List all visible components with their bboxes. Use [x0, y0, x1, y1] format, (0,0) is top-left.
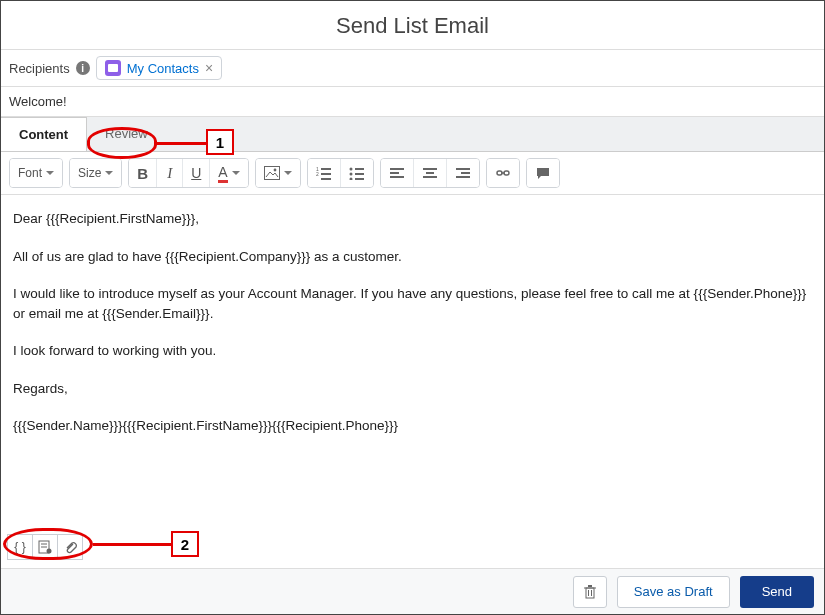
- link-button[interactable]: [487, 159, 519, 187]
- merge-field-button[interactable]: { }: [7, 534, 33, 560]
- footer: Save as Draft Send: [1, 568, 824, 614]
- font-dropdown[interactable]: Font: [10, 159, 62, 187]
- bold-button[interactable]: B: [129, 159, 156, 187]
- svg-text:2: 2: [316, 171, 319, 177]
- paperclip-icon: [63, 540, 77, 554]
- editor-toolbar: Font Size B I U A 12: [1, 152, 824, 195]
- ordered-list-button[interactable]: 12: [308, 159, 340, 187]
- chip-remove-icon[interactable]: ×: [205, 60, 213, 76]
- body-line: Dear {{{Recipient.FirstName}}},: [13, 209, 812, 229]
- align-right-button[interactable]: [446, 159, 479, 187]
- attach-button[interactable]: [57, 534, 83, 560]
- page-title: Send List Email: [1, 1, 824, 50]
- size-dropdown[interactable]: Size: [70, 159, 121, 187]
- image-icon: [264, 166, 280, 180]
- bottom-tools: { }: [7, 534, 83, 560]
- align-left-button[interactable]: [381, 159, 413, 187]
- align-center-icon: [422, 166, 438, 180]
- subject-row[interactable]: Welcome!: [1, 87, 824, 117]
- svg-point-1: [273, 169, 276, 172]
- callout-2-line: [93, 543, 171, 546]
- body-line: {{{Sender.Name}}}{{{Recipient.FirstName}…: [13, 416, 812, 436]
- svg-point-7: [349, 168, 352, 171]
- svg-point-28: [47, 549, 52, 554]
- body-line: I look forward to working with you.: [13, 341, 812, 361]
- body-line: I would like to introduce myself as your…: [13, 284, 812, 323]
- template-button[interactable]: [32, 534, 58, 560]
- comment-button[interactable]: [527, 159, 559, 187]
- svg-point-8: [349, 173, 352, 176]
- tabs-bar: Content Review: [1, 117, 824, 152]
- body-line: All of us are glad to have {{{Recipient.…: [13, 247, 812, 267]
- svg-rect-0: [264, 167, 279, 180]
- bullet-list-button[interactable]: [340, 159, 373, 187]
- body-line: Regards,: [13, 379, 812, 399]
- align-right-icon: [455, 166, 471, 180]
- chip-label: My Contacts: [127, 61, 199, 76]
- text-color-button[interactable]: A: [209, 159, 247, 187]
- trash-icon: [583, 584, 597, 600]
- save-draft-button[interactable]: Save as Draft: [617, 576, 730, 608]
- comment-icon: [535, 166, 551, 180]
- svg-point-9: [349, 178, 352, 181]
- ordered-list-icon: 12: [316, 166, 332, 180]
- delete-button[interactable]: [573, 576, 607, 608]
- callout-2-box: 2: [171, 531, 199, 557]
- image-button[interactable]: [256, 159, 300, 187]
- contacts-badge-icon: [105, 60, 121, 76]
- link-icon: [495, 166, 511, 180]
- template-icon: [38, 540, 52, 554]
- italic-button[interactable]: I: [156, 159, 182, 187]
- email-body-editor[interactable]: Dear {{{Recipient.FirstName}}}, All of u…: [1, 195, 824, 515]
- underline-button[interactable]: U: [182, 159, 209, 187]
- align-left-icon: [389, 166, 405, 180]
- callout-1-box: 1: [206, 129, 234, 155]
- tab-review[interactable]: Review: [87, 117, 166, 151]
- info-icon[interactable]: i: [76, 61, 90, 75]
- recipients-label: Recipients: [9, 61, 70, 76]
- send-button[interactable]: Send: [740, 576, 814, 608]
- align-center-button[interactable]: [413, 159, 446, 187]
- bullet-list-icon: [349, 166, 365, 180]
- tab-content[interactable]: Content: [1, 117, 87, 151]
- recipient-chip[interactable]: My Contacts ×: [96, 56, 222, 80]
- recipients-row: Recipients i My Contacts ×: [1, 50, 824, 87]
- svg-rect-29: [586, 588, 594, 598]
- callout-1-line: [157, 142, 206, 145]
